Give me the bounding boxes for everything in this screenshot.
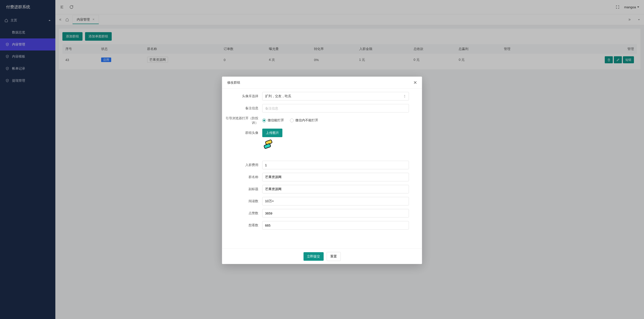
- radio-wechat-open[interactable]: 微信能打开: [262, 118, 284, 123]
- modal-title: 修改群组: [227, 80, 240, 85]
- submit-button[interactable]: 立即提交: [303, 252, 324, 261]
- join-fee-input[interactable]: [262, 161, 409, 169]
- label-join-fee: 入群费用: [222, 161, 262, 167]
- label-browser-guide: 引导浏览器打开（防投诉）: [222, 116, 262, 125]
- avatar-lib-value: 扩列，交友，吃瓜: [265, 94, 291, 98]
- reset-button[interactable]: 重置: [327, 252, 341, 261]
- label-avatar-lib: 头像库选择: [222, 92, 262, 98]
- modal-body[interactable]: 头像库选择 扩列，交友，吃瓜 备注信息 引导浏览器打开（防投诉） 微信能打开: [222, 89, 422, 248]
- subtitle-input[interactable]: [262, 185, 409, 193]
- radio-dot-icon: [262, 119, 266, 122]
- modal-footer: 立即提交 重置: [222, 248, 422, 264]
- label-likes: 点赞数: [222, 209, 262, 216]
- wants-input[interactable]: [262, 221, 409, 230]
- reads-input[interactable]: [262, 197, 409, 205]
- svg-rect-1: [264, 143, 271, 149]
- label-group-avatar: 群组头像: [222, 129, 262, 135]
- avatar-logo-icon: [262, 139, 274, 150]
- label-group-name: 群名称: [222, 173, 262, 179]
- label-remark: 备注信息: [222, 104, 262, 111]
- radio-label: 微信能打开: [268, 118, 284, 123]
- edit-group-modal: 修改群组 ✕ 头像库选择 扩列，交友，吃瓜 备注信息 引导浏览器打开（防投诉）: [222, 77, 422, 264]
- radio-dot-icon: [290, 119, 294, 122]
- avatar-preview[interactable]: [262, 139, 274, 150]
- group-name-input[interactable]: [262, 173, 409, 181]
- modal-header: 修改群组 ✕: [222, 77, 422, 89]
- label-reads: 阅读数: [222, 197, 262, 203]
- radio-wechat-blocked[interactable]: 微信内不能打开: [290, 118, 318, 123]
- modal-close-button[interactable]: ✕: [413, 80, 417, 85]
- label-subtitle: 副标题: [222, 185, 262, 191]
- label-wants: 想看数: [222, 221, 262, 228]
- radio-label: 微信内不能打开: [295, 118, 318, 123]
- upload-image-button[interactable]: 上传图片: [262, 129, 283, 137]
- likes-input[interactable]: [262, 209, 409, 218]
- remark-input[interactable]: [262, 104, 409, 113]
- select-arrows-icon: [403, 95, 406, 98]
- avatar-lib-select[interactable]: 扩列，交友，吃瓜: [262, 92, 409, 100]
